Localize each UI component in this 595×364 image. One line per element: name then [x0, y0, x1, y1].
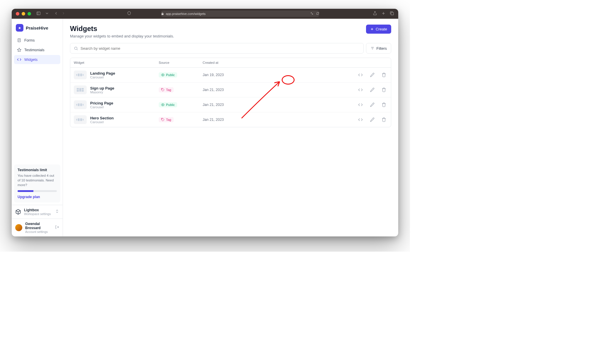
workspace-switcher[interactable]: Lightbox Workspace settings — [12, 205, 63, 219]
svg-point-23 — [163, 74, 163, 75]
filters-button-label: Filters — [377, 46, 387, 51]
table-header: Widget Source Created at — [70, 58, 391, 68]
edit-button[interactable] — [369, 71, 376, 78]
svg-rect-33 — [83, 104, 83, 106]
trash-icon — [382, 73, 386, 77]
widget-thumb-icon — [74, 85, 87, 94]
widget-type: Carousel — [90, 75, 115, 79]
minimize-window-icon[interactable] — [22, 12, 25, 16]
search-input[interactable] — [81, 46, 360, 51]
logo-badge-icon — [16, 24, 23, 32]
sidebar-item-label: Widgets — [24, 58, 37, 62]
widget-title: Pricing Page — [90, 101, 113, 105]
tag-badge: Tag — [159, 87, 174, 92]
sidebar-nav: Forms Testimonials Widgets — [12, 36, 63, 64]
traffic-lights — [16, 12, 31, 16]
embed-code-button[interactable] — [357, 116, 364, 123]
back-icon[interactable] — [54, 11, 58, 17]
limit-progress-fill — [18, 190, 33, 192]
svg-rect-37 — [80, 119, 82, 121]
search-input-wrapper[interactable] — [70, 43, 364, 54]
tabs-overview-icon[interactable] — [390, 11, 394, 17]
reload-icon[interactable] — [316, 12, 319, 16]
app-logo[interactable]: PraiseHive — [12, 19, 63, 36]
embed-code-button[interactable] — [357, 101, 364, 108]
sidebar-item-testimonials[interactable]: Testimonials — [14, 45, 60, 54]
col-widget: Widget — [74, 61, 159, 64]
edit-button[interactable] — [369, 101, 376, 108]
code-icon — [358, 117, 363, 122]
sidebar-toggle-icon[interactable] — [36, 11, 41, 17]
sidebar-item-widgets[interactable]: Widgets — [14, 55, 60, 64]
created-date: Jan 21, 2023 — [203, 88, 279, 92]
edit-button[interactable] — [369, 86, 376, 93]
main-content: Widgets Manage your widgets to embed and… — [63, 19, 398, 236]
svg-point-39 — [162, 119, 163, 119]
account-menu[interactable]: Gwendal Brossard Account settings — [12, 219, 63, 236]
table-row[interactable]: Sign up PageMasonryTagJan 21, 2023 — [70, 83, 391, 97]
delete-button[interactable] — [380, 116, 387, 123]
col-source: Source — [159, 61, 203, 64]
limit-progress-bar — [18, 190, 57, 192]
trash-icon — [382, 117, 386, 122]
browser-titlebar: app.praisehive.com/widgets — [12, 9, 398, 19]
svg-rect-32 — [80, 104, 82, 106]
svg-rect-20 — [78, 74, 80, 76]
svg-rect-35 — [76, 119, 77, 121]
svg-rect-25 — [77, 90, 79, 92]
forward-icon[interactable] — [61, 11, 66, 17]
created-date: Jan 21, 2023 — [203, 118, 279, 122]
svg-point-29 — [162, 89, 163, 89]
delete-button[interactable] — [380, 101, 387, 108]
share-icon[interactable] — [373, 11, 377, 17]
col-created: Created at — [203, 61, 279, 64]
code-icon — [358, 102, 363, 107]
widget-thumb-icon — [74, 71, 87, 79]
page-subtitle: Manage your widgets to embed and display… — [70, 34, 174, 38]
close-window-icon[interactable] — [16, 12, 19, 16]
limit-desc: You have collected 4 out of 10 testimoni… — [18, 173, 57, 187]
embed-code-button[interactable] — [357, 71, 364, 78]
sidebar-item-label: Testimonials — [24, 48, 45, 52]
upgrade-plan-link[interactable]: Upgrade plan — [18, 195, 57, 199]
widget-title: Hero Section — [90, 116, 114, 120]
url-bar[interactable]: app.praisehive.com/widgets — [161, 11, 319, 17]
brand-name: PraiseHive — [26, 25, 48, 30]
translate-icon[interactable] — [310, 12, 313, 16]
public-badge: Public — [159, 102, 177, 107]
widgets-table: Widget Source Created at Landing PageCar… — [70, 58, 391, 127]
chevron-down-icon[interactable] — [45, 11, 49, 17]
svg-rect-30 — [76, 104, 77, 106]
widget-thumb-icon — [74, 115, 87, 124]
filters-button[interactable]: Filters — [366, 43, 391, 54]
embed-code-button[interactable] — [357, 86, 364, 93]
logout-icon[interactable] — [55, 225, 59, 230]
svg-rect-38 — [83, 119, 83, 121]
delete-button[interactable] — [380, 86, 387, 93]
sidebar-item-forms[interactable]: Forms — [14, 36, 60, 45]
new-tab-icon[interactable] — [381, 11, 386, 17]
table-row[interactable]: Hero SectionCarouselTagJan 21, 2023 — [70, 112, 391, 127]
svg-rect-31 — [78, 104, 80, 106]
created-date: Jan 21, 2023 — [203, 103, 279, 107]
sidebar-item-label: Forms — [24, 38, 35, 42]
svg-point-14 — [75, 47, 77, 49]
code-icon — [358, 73, 363, 77]
edit-button[interactable] — [369, 116, 376, 123]
widget-thumb-icon — [74, 100, 87, 109]
table-row[interactable]: Pricing PageCarouselPublicJan 21, 2023 — [70, 97, 391, 112]
create-button[interactable]: Create — [366, 25, 391, 34]
url-text: app.praisehive.com/widgets — [166, 12, 206, 16]
maximize-window-icon[interactable] — [28, 12, 31, 16]
svg-rect-21 — [80, 74, 82, 76]
trash-icon — [382, 87, 386, 92]
widget-type: Carousel — [90, 120, 114, 124]
delete-button[interactable] — [380, 71, 387, 78]
table-row[interactable]: Landing PageCarouselPublicJan 19, 2023 — [70, 68, 391, 83]
avatar — [15, 224, 22, 231]
svg-marker-11 — [17, 48, 21, 51]
create-button-label: Create — [376, 27, 387, 31]
privacy-shield-icon[interactable] — [127, 11, 131, 16]
svg-rect-28 — [82, 90, 84, 92]
workspace-subtitle: Workspace settings — [24, 212, 52, 216]
